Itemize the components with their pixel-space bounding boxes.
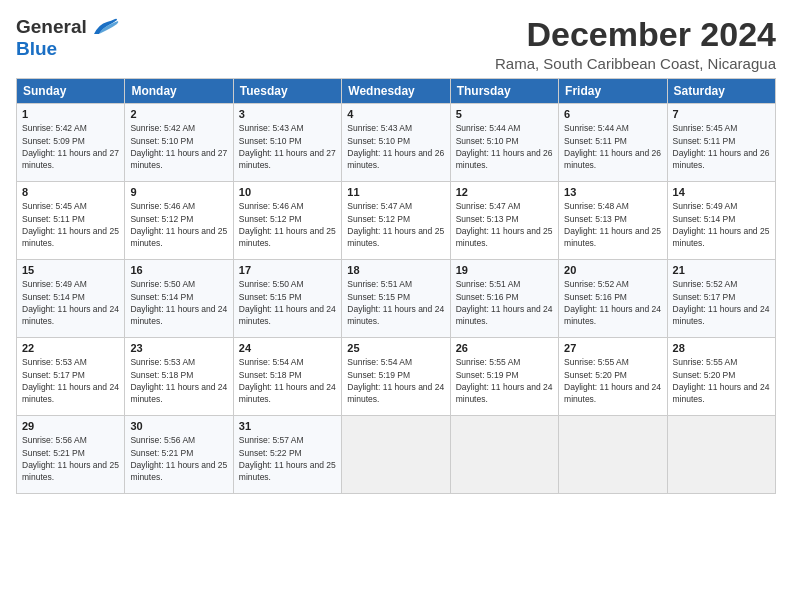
calendar-cell: 5Sunrise: 5:44 AMSunset: 5:10 PMDaylight… — [450, 104, 558, 182]
calendar-cell: 12Sunrise: 5:47 AMSunset: 5:13 PMDayligh… — [450, 182, 558, 260]
day-info: Sunrise: 5:52 AMSunset: 5:16 PMDaylight:… — [564, 278, 661, 327]
calendar-cell: 1Sunrise: 5:42 AMSunset: 5:09 PMDaylight… — [17, 104, 125, 182]
day-number: 23 — [130, 342, 227, 354]
day-info: Sunrise: 5:53 AMSunset: 5:18 PMDaylight:… — [130, 356, 227, 405]
calendar-header-row: Sunday Monday Tuesday Wednesday Thursday… — [17, 79, 776, 104]
day-info: Sunrise: 5:50 AMSunset: 5:14 PMDaylight:… — [130, 278, 227, 327]
calendar-row: 15Sunrise: 5:49 AMSunset: 5:14 PMDayligh… — [17, 260, 776, 338]
calendar-cell: 6Sunrise: 5:44 AMSunset: 5:11 PMDaylight… — [559, 104, 667, 182]
calendar-cell: 30Sunrise: 5:56 AMSunset: 5:21 PMDayligh… — [125, 416, 233, 494]
day-info: Sunrise: 5:43 AMSunset: 5:10 PMDaylight:… — [239, 122, 336, 171]
day-number: 25 — [347, 342, 444, 354]
calendar-cell: 17Sunrise: 5:50 AMSunset: 5:15 PMDayligh… — [233, 260, 341, 338]
calendar-cell: 4Sunrise: 5:43 AMSunset: 5:10 PMDaylight… — [342, 104, 450, 182]
calendar-cell: 13Sunrise: 5:48 AMSunset: 5:13 PMDayligh… — [559, 182, 667, 260]
calendar-cell: 23Sunrise: 5:53 AMSunset: 5:18 PMDayligh… — [125, 338, 233, 416]
day-number: 10 — [239, 186, 336, 198]
calendar-cell — [559, 416, 667, 494]
day-number: 9 — [130, 186, 227, 198]
day-info: Sunrise: 5:50 AMSunset: 5:15 PMDaylight:… — [239, 278, 336, 327]
header-thursday: Thursday — [450, 79, 558, 104]
day-number: 22 — [22, 342, 119, 354]
calendar-cell: 25Sunrise: 5:54 AMSunset: 5:19 PMDayligh… — [342, 338, 450, 416]
day-number: 28 — [673, 342, 770, 354]
day-info: Sunrise: 5:53 AMSunset: 5:17 PMDaylight:… — [22, 356, 119, 405]
day-info: Sunrise: 5:49 AMSunset: 5:14 PMDaylight:… — [22, 278, 119, 327]
header-sunday: Sunday — [17, 79, 125, 104]
day-info: Sunrise: 5:55 AMSunset: 5:19 PMDaylight:… — [456, 356, 553, 405]
day-info: Sunrise: 5:57 AMSunset: 5:22 PMDaylight:… — [239, 434, 336, 483]
calendar-cell: 8Sunrise: 5:45 AMSunset: 5:11 PMDaylight… — [17, 182, 125, 260]
day-number: 31 — [239, 420, 336, 432]
calendar-row: 29Sunrise: 5:56 AMSunset: 5:21 PMDayligh… — [17, 416, 776, 494]
day-info: Sunrise: 5:46 AMSunset: 5:12 PMDaylight:… — [130, 200, 227, 249]
day-number: 15 — [22, 264, 119, 276]
calendar-cell: 24Sunrise: 5:54 AMSunset: 5:18 PMDayligh… — [233, 338, 341, 416]
logo: General Blue — [16, 16, 119, 60]
day-info: Sunrise: 5:54 AMSunset: 5:19 PMDaylight:… — [347, 356, 444, 405]
header-saturday: Saturday — [667, 79, 775, 104]
day-number: 30 — [130, 420, 227, 432]
calendar-cell: 29Sunrise: 5:56 AMSunset: 5:21 PMDayligh… — [17, 416, 125, 494]
day-info: Sunrise: 5:56 AMSunset: 5:21 PMDaylight:… — [130, 434, 227, 483]
day-info: Sunrise: 5:47 AMSunset: 5:13 PMDaylight:… — [456, 200, 553, 249]
day-number: 3 — [239, 108, 336, 120]
day-number: 8 — [22, 186, 119, 198]
calendar-row: 1Sunrise: 5:42 AMSunset: 5:09 PMDaylight… — [17, 104, 776, 182]
day-info: Sunrise: 5:55 AMSunset: 5:20 PMDaylight:… — [564, 356, 661, 405]
calendar-cell: 15Sunrise: 5:49 AMSunset: 5:14 PMDayligh… — [17, 260, 125, 338]
calendar-cell: 9Sunrise: 5:46 AMSunset: 5:12 PMDaylight… — [125, 182, 233, 260]
day-info: Sunrise: 5:43 AMSunset: 5:10 PMDaylight:… — [347, 122, 444, 171]
day-number: 26 — [456, 342, 553, 354]
day-info: Sunrise: 5:51 AMSunset: 5:16 PMDaylight:… — [456, 278, 553, 327]
calendar-cell — [342, 416, 450, 494]
day-info: Sunrise: 5:54 AMSunset: 5:18 PMDaylight:… — [239, 356, 336, 405]
day-number: 6 — [564, 108, 661, 120]
day-info: Sunrise: 5:45 AMSunset: 5:11 PMDaylight:… — [673, 122, 770, 171]
calendar-cell: 16Sunrise: 5:50 AMSunset: 5:14 PMDayligh… — [125, 260, 233, 338]
title-section: December 2024 Rama, South Caribbean Coas… — [495, 16, 776, 72]
calendar-cell: 31Sunrise: 5:57 AMSunset: 5:22 PMDayligh… — [233, 416, 341, 494]
month-title: December 2024 — [495, 16, 776, 53]
calendar-cell: 3Sunrise: 5:43 AMSunset: 5:10 PMDaylight… — [233, 104, 341, 182]
day-number: 19 — [456, 264, 553, 276]
day-number: 21 — [673, 264, 770, 276]
day-info: Sunrise: 5:42 AMSunset: 5:10 PMDaylight:… — [130, 122, 227, 171]
calendar-cell: 11Sunrise: 5:47 AMSunset: 5:12 PMDayligh… — [342, 182, 450, 260]
location-subtitle: Rama, South Caribbean Coast, Nicaragua — [495, 55, 776, 72]
day-number: 20 — [564, 264, 661, 276]
day-info: Sunrise: 5:46 AMSunset: 5:12 PMDaylight:… — [239, 200, 336, 249]
header-friday: Friday — [559, 79, 667, 104]
calendar-row: 8Sunrise: 5:45 AMSunset: 5:11 PMDaylight… — [17, 182, 776, 260]
day-number: 16 — [130, 264, 227, 276]
day-info: Sunrise: 5:45 AMSunset: 5:11 PMDaylight:… — [22, 200, 119, 249]
day-number: 1 — [22, 108, 119, 120]
calendar-table: Sunday Monday Tuesday Wednesday Thursday… — [16, 78, 776, 494]
header-tuesday: Tuesday — [233, 79, 341, 104]
calendar-cell: 20Sunrise: 5:52 AMSunset: 5:16 PMDayligh… — [559, 260, 667, 338]
day-number: 27 — [564, 342, 661, 354]
day-info: Sunrise: 5:48 AMSunset: 5:13 PMDaylight:… — [564, 200, 661, 249]
day-number: 11 — [347, 186, 444, 198]
logo-general: General — [16, 16, 87, 38]
day-number: 7 — [673, 108, 770, 120]
calendar-cell: 19Sunrise: 5:51 AMSunset: 5:16 PMDayligh… — [450, 260, 558, 338]
calendar-cell: 27Sunrise: 5:55 AMSunset: 5:20 PMDayligh… — [559, 338, 667, 416]
day-info: Sunrise: 5:44 AMSunset: 5:10 PMDaylight:… — [456, 122, 553, 171]
calendar-cell: 7Sunrise: 5:45 AMSunset: 5:11 PMDaylight… — [667, 104, 775, 182]
calendar-row: 22Sunrise: 5:53 AMSunset: 5:17 PMDayligh… — [17, 338, 776, 416]
page-container: General Blue December 2024 Rama, South C… — [0, 0, 792, 504]
day-info: Sunrise: 5:56 AMSunset: 5:21 PMDaylight:… — [22, 434, 119, 483]
day-number: 2 — [130, 108, 227, 120]
calendar-cell — [667, 416, 775, 494]
day-info: Sunrise: 5:49 AMSunset: 5:14 PMDaylight:… — [673, 200, 770, 249]
calendar-cell: 26Sunrise: 5:55 AMSunset: 5:19 PMDayligh… — [450, 338, 558, 416]
day-info: Sunrise: 5:42 AMSunset: 5:09 PMDaylight:… — [22, 122, 119, 171]
day-number: 13 — [564, 186, 661, 198]
day-info: Sunrise: 5:44 AMSunset: 5:11 PMDaylight:… — [564, 122, 661, 171]
day-number: 17 — [239, 264, 336, 276]
calendar-cell: 22Sunrise: 5:53 AMSunset: 5:17 PMDayligh… — [17, 338, 125, 416]
day-number: 24 — [239, 342, 336, 354]
day-number: 14 — [673, 186, 770, 198]
calendar-cell: 14Sunrise: 5:49 AMSunset: 5:14 PMDayligh… — [667, 182, 775, 260]
